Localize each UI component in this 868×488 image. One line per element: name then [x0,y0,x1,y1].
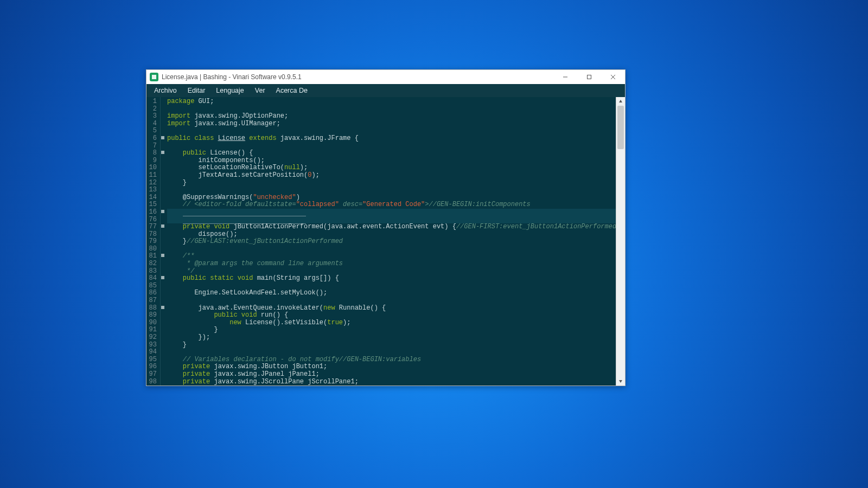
fold-slot[interactable] [161,163,165,171]
scroll-track[interactable] [616,106,625,377]
code-line[interactable]: public void run() { [167,312,616,319]
code-line[interactable] [167,349,616,356]
code-line[interactable]: public class License extends javax.swing… [167,135,616,143]
menu-ver[interactable]: Ver [250,86,271,95]
fold-slot[interactable] [161,237,165,245]
code-line[interactable]: * @param args the command line arguments [167,260,616,268]
close-button[interactable] [601,70,625,84]
fold-slot[interactable] [161,178,165,186]
code-line[interactable]: private void jButton1ActionPerformed(jav… [167,223,616,231]
code-token: import [167,112,190,120]
fold-slot[interactable] [161,288,165,296]
fold-slot[interactable] [161,97,165,105]
fold-slot[interactable] [161,252,165,259]
code-line[interactable]: private void initComponents() { [167,209,616,216]
code-line[interactable]: }); [167,334,616,342]
fold-slot[interactable] [161,171,165,178]
code-line[interactable]: Engine.SetLookAndFeel.setMyLook(); [167,290,616,297]
code-line[interactable]: private javax.swing.JPanel jPanel1; [167,371,616,378]
code-content[interactable]: package GUI;import javax.swing.JOptionPa… [165,97,616,386]
code-line[interactable] [167,187,616,194]
fold-slot[interactable] [161,245,165,252]
fold-marker-icon[interactable] [161,151,164,154]
fold-slot[interactable] [161,355,165,363]
fold-marker-icon[interactable] [161,210,164,213]
fold-slot[interactable] [161,149,165,156]
maximize-button[interactable] [577,70,601,84]
fold-slot[interactable] [161,200,165,208]
fold-slot[interactable] [161,156,165,164]
code-token: public void [214,311,257,319]
code-line[interactable]: // <editor-fold defaultstate="collapsed"… [167,201,616,209]
line-number: 90 [146,319,158,327]
fold-marker-icon[interactable] [161,254,164,257]
code-line[interactable] [167,246,616,253]
line-number: 5 [146,127,158,135]
fold-slot[interactable] [161,134,165,142]
code-line[interactable] [167,127,616,135]
code-line[interactable]: import javax.swing.UIManager; [167,120,616,128]
code-line[interactable] [167,297,616,305]
fold-slot[interactable] [161,126,165,134]
fold-slot[interactable] [161,215,165,223]
code-line[interactable]: jTextArea1.setCaretPosition(0); [167,172,616,179]
menu-editar[interactable]: Editar [182,86,211,95]
code-line[interactable]: } [167,342,616,349]
line-number: 93 [146,342,158,349]
fold-slot[interactable] [161,348,165,355]
code-editor[interactable]: 1234567891011121314151676777879808182838… [146,97,616,386]
scroll-thumb[interactable] [617,106,624,149]
fold-slot[interactable] [161,185,165,193]
fold-marker-icon[interactable] [161,276,164,279]
code-token: private [183,370,210,378]
scroll-down-button[interactable] [616,377,625,386]
fold-marker-icon[interactable] [161,136,164,139]
fold-slot[interactable] [161,325,165,333]
code-line[interactable]: } [167,179,616,187]
fold-slot[interactable] [161,259,165,267]
app-window: License.java | Bashing - Vinari Software… [146,69,626,386]
code-line[interactable]: public static void main(String args[]) { [167,275,616,282]
scroll-up-button[interactable] [616,97,625,106]
title-bar[interactable]: License.java | Bashing - Vinari Software… [146,70,625,84]
fold-slot[interactable] [161,370,165,377]
code-line[interactable]: } [167,326,616,334]
vertical-scrollbar[interactable] [616,97,625,386]
fold-slot[interactable] [161,281,165,289]
fold-slot[interactable] [161,362,165,370]
fold-slot[interactable] [161,119,165,127]
svg-rect-0 [152,75,156,79]
fold-slot[interactable] [161,377,165,385]
fold-slot[interactable] [161,311,165,318]
code-line[interactable]: package GUI; [167,98,616,106]
fold-slot[interactable] [161,304,165,311]
fold-slot[interactable] [161,112,165,119]
fold-slot[interactable] [161,318,165,326]
code-line[interactable]: private javax.swing.JScrollPane jScrollP… [167,378,616,386]
fold-slot[interactable] [161,142,165,149]
fold-slot[interactable] [161,193,165,201]
fold-slot[interactable] [161,333,165,341]
fold-slot[interactable] [161,230,165,237]
fold-slot[interactable] [161,222,165,230]
fold-slot[interactable] [161,296,165,304]
code-line[interactable]: import javax.swing.JOptionPane; [167,113,616,120]
fold-slot[interactable] [161,267,165,274]
fold-slot[interactable] [161,208,165,215]
fold-slot[interactable] [161,105,165,112]
minimize-button[interactable] [553,70,577,84]
fold-slot[interactable] [161,274,165,281]
fold-slot[interactable] [161,341,165,348]
line-number: 87 [146,297,158,305]
code-line[interactable]: setLocationRelativeTo(null); [167,164,616,172]
fold-column[interactable] [161,97,165,386]
code-line[interactable]: new License().setVisible(true); [167,319,616,327]
menu-archivo[interactable]: Archivo [149,86,182,95]
code-line[interactable]: private javax.swing.JButton jButton1; [167,363,616,371]
fold-marker-icon[interactable] [161,306,164,309]
code-line[interactable]: }//GEN-LAST:event_jButton1ActionPerforme… [167,238,616,246]
code-line[interactable]: public License() { [167,150,616,157]
menu-acerca-de[interactable]: Acerca De [271,86,313,95]
fold-marker-icon[interactable] [161,224,164,228]
menu-lenguaje[interactable]: Lenguaje [210,86,249,95]
